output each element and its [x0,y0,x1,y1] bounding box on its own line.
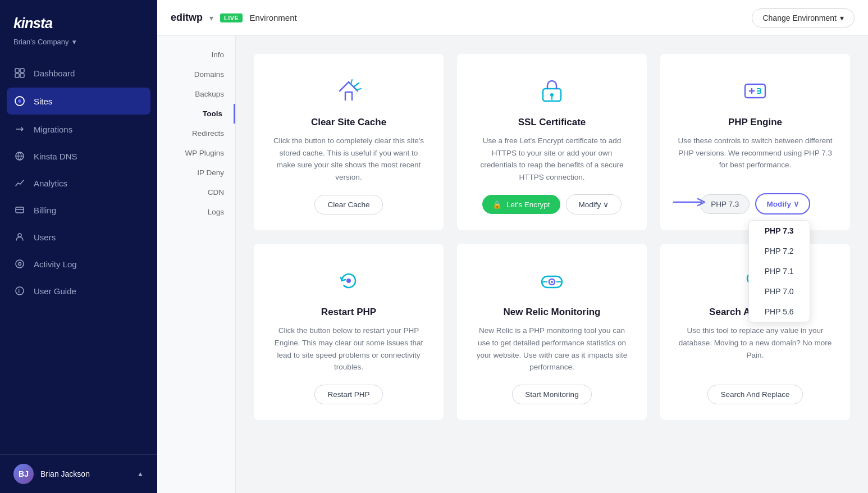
user-avatar: BJ [13,464,34,484]
svg-point-12 [19,263,21,266]
sub-nav-tools[interactable]: Tools [157,104,235,124]
sidebar-logo-area: kinsta Brian's Company ▾ [0,0,157,55]
sub-nav-ip-deny[interactable]: IP Deny [157,163,235,182]
main-area: editwp ▾ LIVE Environment Change Environ… [157,0,868,493]
tool-title: SSL Certificate [518,117,586,128]
sidebar-item-label: Billing [34,206,56,215]
sub-nav-wp-plugins[interactable]: WP Plugins [157,143,235,163]
sub-nav: Info Domains Backups Tools Redirects WP … [157,36,236,493]
clear-cache-button[interactable]: Clear Cache [314,195,382,214]
tool-desc: Click the button to completely clear thi… [269,135,428,184]
sidebar-item-user-guide[interactable]: i User Guide [0,277,157,304]
env-label: Environment [249,13,296,22]
sidebar-item-dashboard[interactable]: Dashboard [0,60,157,86]
sub-nav-redirects[interactable]: Redirects [157,124,235,143]
tool-card-restart-php: Restart PHP Click the button below to re… [254,244,444,419]
user-footer-chevron: ▲ [137,470,144,478]
lets-encrypt-label: Let's Encrypt [506,200,550,209]
change-env-label: Change Environment [762,13,837,22]
dashboard-icon [13,67,26,79]
svg-point-6 [18,99,21,103]
billing-icon [13,204,26,216]
sidebar-item-label: User Guide [34,286,76,296]
php-version-option-70[interactable]: PHP 7.0 [749,281,810,302]
sub-nav-cdn[interactable]: CDN [157,182,235,202]
php-engine-icon [738,74,772,108]
php-version-option-56[interactable]: PHP 5.6 [749,302,810,322]
php-version-option-71[interactable]: PHP 7.1 [749,261,810,281]
sub-nav-domains[interactable]: Domains [157,65,235,84]
tool-card-ssl: SSL Certificate Use a free Let's Encrypt… [457,54,647,230]
sidebar-item-users[interactable]: Users [0,223,157,250]
ssl-modify-chevron: ∨ [603,200,609,209]
sub-nav-info[interactable]: Info [157,45,235,65]
sidebar-item-activity-log[interactable]: Activity Log [0,250,157,277]
tool-desc: Use this tool to replace any value in yo… [676,325,834,373]
sidebar-item-migrations[interactable]: Migrations [0,116,157,143]
svg-point-11 [16,260,24,268]
ssl-icon [535,74,569,108]
start-monitoring-button[interactable]: Start Monitoring [512,385,591,404]
migrations-icon [13,123,26,135]
php-version-option-72[interactable]: PHP 7.2 [749,241,810,261]
sidebar-item-label: Activity Log [34,259,77,269]
svg-rect-2 [20,69,24,72]
php-modify-chevron: ∨ [793,200,799,208]
php-arrow-indicator [643,197,737,211]
sidebar-item-label: Analytics [34,179,67,188]
change-env-chevron: ▾ [840,13,844,22]
svg-rect-3 [15,74,19,77]
site-chevron[interactable]: ▾ [209,13,213,22]
kinsta-logo: kinsta [13,13,144,35]
svg-rect-8 [16,207,24,213]
sidebar-item-label: Sites [34,97,52,106]
tool-desc: New Relic is a PHP monitoring tool you c… [473,325,631,373]
sidebar-item-label: Migrations [34,125,72,134]
sidebar-item-billing[interactable]: Billing [0,197,157,223]
user-name: Brian Jackson [40,469,90,478]
site-name: editwp [171,12,203,24]
tool-desc: Use a free Let's Encrypt certificate to … [473,135,631,183]
ssl-buttons: 🔒 Let's Encrypt Modify ∨ [482,194,622,214]
ssl-modify-button[interactable]: Modify ∨ [566,194,622,214]
php-buttons: PHP 7.3 Modify ∨ [700,193,810,214]
tool-card-clear-cache: Clear Site Cache Click the button to com… [254,54,444,230]
sidebar: kinsta Brian's Company ▾ Dashboard Sites [0,0,157,493]
topbar: editwp ▾ LIVE Environment Change Environ… [157,0,868,36]
tool-title: New Relic Monitoring [504,307,601,318]
sidebar-item-kinsta-dns[interactable]: Kinsta DNS [0,143,157,170]
sites-icon [13,95,26,107]
users-icon [13,231,26,243]
change-environment-button[interactable]: Change Environment ▾ [752,8,855,28]
sub-nav-backups[interactable]: Backups [157,84,235,104]
sub-nav-logs[interactable]: Logs [157,202,235,222]
activity-log-icon [13,258,26,270]
tool-card-new-relic: New Relic Monitoring New Relic is a PHP … [457,244,647,419]
svg-point-22 [551,281,553,283]
tool-title: Restart PHP [321,307,376,318]
php-version-dropdown: PHP 7.3 PHP 7.2 PHP 7.1 PHP 7.0 PHP 5.6 [748,220,810,322]
env-badge: LIVE [220,13,243,22]
tool-title: PHP Engine [728,117,782,128]
sidebar-item-analytics[interactable]: Analytics [0,170,157,197]
user-footer[interactable]: BJ Brian Jackson ▲ [0,454,157,493]
svg-text:kinsta: kinsta [13,15,53,31]
sidebar-item-sites[interactable]: Sites [7,88,150,115]
sidebar-item-label: Dashboard [34,69,75,78]
tools-content: Clear Site Cache Click the button to com… [236,36,868,493]
svg-rect-18 [745,84,765,98]
php-modify-button[interactable]: Modify ∨ [755,193,810,214]
company-selector[interactable]: Brian's Company ▾ [13,38,144,46]
svg-text:i: i [19,289,20,294]
php-version-option-73[interactable]: PHP 7.3 [749,221,810,241]
tool-title: Clear Site Cache [311,117,386,128]
tool-desc: Use these controls to switch between dif… [676,135,834,182]
sidebar-item-label: Kinsta DNS [34,152,77,161]
search-and-replace-button[interactable]: Search And Replace [707,385,802,404]
restart-php-button[interactable]: Restart PHP [314,385,382,404]
svg-point-19 [346,279,351,283]
lets-encrypt-button[interactable]: 🔒 Let's Encrypt [482,195,560,214]
svg-point-10 [18,234,21,237]
lock-icon: 🔒 [492,200,502,209]
tools-grid: Clear Site Cache Click the button to com… [254,54,850,420]
